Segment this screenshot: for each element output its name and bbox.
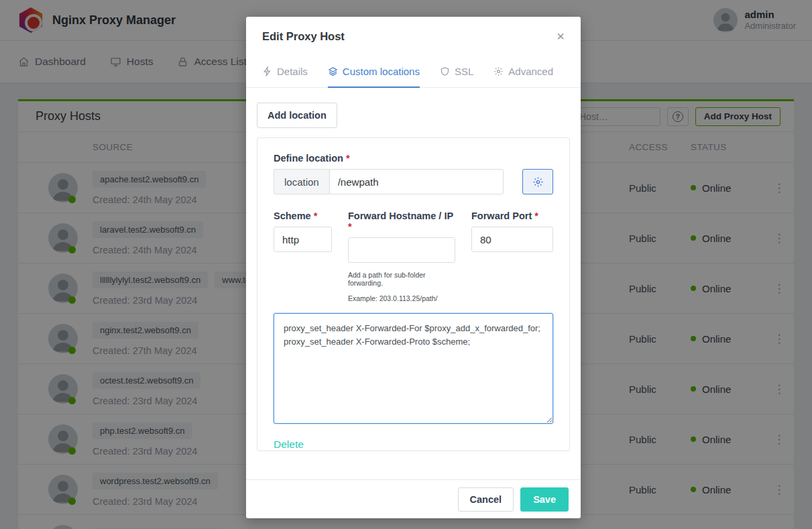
subfolder-hint: Add a path for sub-folder forwarding.	[348, 271, 455, 287]
modal-footer: Cancel Save	[246, 479, 581, 518]
shield-icon	[440, 66, 450, 76]
tab-details[interactable]: Details	[262, 56, 308, 88]
forward-port-input[interactable]	[471, 227, 553, 252]
forward-hostname-input[interactable]	[348, 237, 455, 263]
modal-title: Edit Proxy Host	[262, 30, 345, 43]
location-path-input[interactable]	[329, 169, 504, 194]
layers-icon	[328, 66, 338, 76]
delete-location-link[interactable]: Delete	[274, 438, 304, 451]
edit-proxy-host-modal: Edit Proxy Host × Details Custom locatio…	[246, 17, 581, 518]
tab-ssl[interactable]: SSL	[440, 56, 473, 88]
gear-icon	[494, 66, 504, 76]
forward-port-label: Forward Port *	[471, 211, 553, 221]
location-card: Define location * location Scheme *	[257, 137, 570, 451]
forward-hostname-label: Forward Hostname / IP *	[348, 211, 455, 232]
scheme-label: Scheme *	[274, 211, 332, 221]
add-location-button[interactable]: Add location	[257, 103, 337, 128]
required-asterisk: *	[346, 153, 350, 164]
tab-advanced[interactable]: Advanced	[494, 56, 553, 88]
zap-icon	[262, 66, 272, 76]
scheme-select[interactable]	[274, 227, 332, 252]
example-hint: Example: 203.0.113.25/path/	[348, 294, 455, 302]
tab-custom-locations[interactable]: Custom locations	[328, 56, 420, 88]
save-button[interactable]: Save	[520, 487, 569, 512]
location-prefix: location	[274, 169, 329, 194]
tab-label: Advanced	[508, 66, 553, 77]
close-icon[interactable]: ×	[557, 30, 565, 43]
define-location-label: Define location *	[274, 153, 553, 164]
modal-tabs: Details Custom locations SSL Advanced	[246, 56, 581, 88]
gear-icon	[532, 176, 544, 188]
cancel-button[interactable]: Cancel	[458, 487, 514, 512]
tab-label: Details	[277, 66, 308, 77]
location-settings-button[interactable]	[522, 169, 553, 194]
tab-label: SSL	[455, 66, 473, 77]
advanced-config-textarea[interactable]: proxy_set_header X-Forwarded-For $proxy_…	[274, 313, 553, 424]
tab-label: Custom locations	[343, 66, 420, 77]
